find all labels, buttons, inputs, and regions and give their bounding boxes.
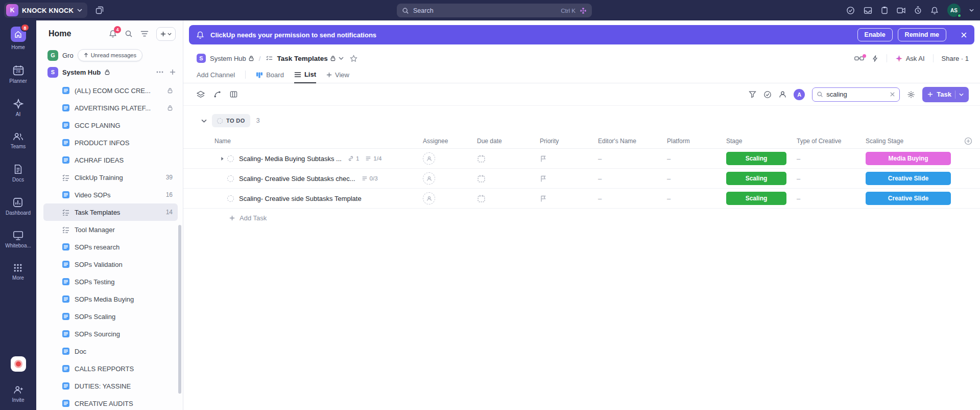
automations-icon[interactable]: [872, 55, 878, 62]
create-new-button[interactable]: [156, 27, 176, 41]
type-of-creative-cell[interactable]: –: [797, 195, 866, 202]
rail-item-whiteboards[interactable]: Whiteboa...: [5, 231, 31, 248]
sidebar-item[interactable]: DUTIES: YASSINE: [43, 377, 178, 395]
subtasks-meta[interactable]: 1/4: [365, 155, 381, 162]
rail-item-more[interactable]: More: [12, 263, 24, 281]
sidebar-item[interactable]: SOPs research: [43, 238, 178, 256]
column-header[interactable]: Scaling Stage: [866, 138, 960, 145]
type-of-creative-cell[interactable]: –: [797, 155, 866, 163]
priority-flag-icon[interactable]: [540, 195, 547, 202]
sidebar-item[interactable]: SOPs Media Buying: [43, 290, 178, 308]
relationships-icon[interactable]: [213, 90, 221, 98]
space-add-icon[interactable]: [170, 69, 176, 75]
board-view-tab[interactable]: Board: [256, 71, 284, 83]
column-header[interactable]: Assignee: [423, 138, 477, 145]
sidebar-item[interactable]: Tool Manager: [43, 221, 178, 238]
inbox-icon[interactable]: [864, 7, 872, 14]
editor-name-cell[interactable]: –: [598, 175, 667, 183]
workspace-switcher[interactable]: K KNOCK KNOCK: [4, 3, 87, 18]
column-header[interactable]: Platform: [667, 138, 726, 145]
avatar-chevron-down-icon[interactable]: [969, 9, 974, 12]
rail-item-dashboard[interactable]: Dashboard: [6, 197, 31, 216]
sidebar-item[interactable]: Task Templates 14: [43, 203, 178, 221]
add-task-row[interactable]: Add Task: [183, 209, 980, 227]
scaling-stage-badge[interactable]: Creative Slide: [866, 172, 951, 185]
global-search[interactable]: Search Ctrl K: [397, 4, 592, 17]
settings-gear-icon[interactable]: [907, 90, 915, 99]
scaling-stage-badge[interactable]: Creative Slide: [866, 192, 951, 205]
scaling-stage-badge[interactable]: Media Buying: [866, 152, 951, 165]
space-row-system-hub[interactable]: S System Hub: [36, 63, 183, 81]
task-status-icon[interactable]: [227, 175, 234, 182]
add-assignee-icon[interactable]: [423, 172, 435, 185]
task-search-box[interactable]: [812, 87, 900, 102]
editor-name-cell[interactable]: –: [598, 155, 667, 163]
sidebar-item[interactable]: Video SOPs 16: [43, 186, 178, 203]
sidebar-notifications-icon[interactable]: 4: [109, 30, 117, 38]
puzzle-icon[interactable]: [580, 7, 587, 14]
type-of-creative-cell[interactable]: –: [797, 175, 866, 183]
sidebar-item[interactable]: CREATIVE AUDITS: [43, 395, 178, 409]
add-column-icon[interactable]: [964, 137, 972, 145]
column-header[interactable]: Stage: [726, 138, 797, 145]
rail-item-invite[interactable]: Invite: [12, 385, 25, 403]
task-search-input[interactable]: [826, 90, 887, 98]
ask-ai-button[interactable]: Ask AI: [895, 55, 925, 62]
clipboard-icon[interactable]: [881, 6, 888, 14]
share-button[interactable]: Share · 1: [942, 55, 969, 62]
column-header[interactable]: Type of Creative: [797, 138, 866, 145]
stage-badge[interactable]: Scaling: [726, 172, 786, 185]
timer-icon[interactable]: [914, 6, 922, 14]
sidebar-item[interactable]: PRODUCT INFOS: [43, 134, 178, 151]
add-view-tab[interactable]: View: [326, 71, 349, 83]
column-header[interactable]: Priority: [540, 138, 598, 145]
add-due-date-icon[interactable]: [477, 154, 486, 163]
rail-item-planner[interactable]: 28 Planner: [9, 65, 27, 84]
column-header[interactable]: Due date: [477, 138, 540, 145]
user-avatar[interactable]: AS: [947, 4, 961, 17]
rail-item-ai[interactable]: AI: [13, 99, 23, 117]
checklist-meta[interactable]: 0/3: [362, 175, 378, 181]
add-channel-tab[interactable]: Add Channel: [197, 71, 235, 83]
add-assignee-icon[interactable]: [423, 152, 435, 165]
sidebar-item[interactable]: CALLS REPPORTS: [43, 360, 178, 377]
close-banner-icon[interactable]: [961, 32, 967, 38]
space-options-icon[interactable]: [156, 71, 163, 73]
sidebar-item[interactable]: SOPs Sourcing: [43, 325, 178, 343]
status-pill-todo[interactable]: TO DO: [212, 114, 250, 127]
remind-me-button[interactable]: Remind me: [898, 28, 946, 41]
linked-tasks-meta[interactable]: 1: [348, 155, 359, 162]
3d-glasses-icon[interactable]: [854, 56, 864, 61]
space-chip[interactable]: S: [197, 54, 206, 63]
columns-icon[interactable]: [230, 90, 237, 98]
add-task-button[interactable]: Task: [922, 87, 969, 102]
priority-flag-icon[interactable]: [540, 175, 547, 183]
filter-icon[interactable]: [749, 90, 756, 98]
sidebar-search-icon[interactable]: [125, 30, 133, 38]
sidebar-item[interactable]: ACHRAF IDEAS: [43, 151, 178, 169]
collapse-chevron-icon[interactable]: [201, 119, 207, 123]
breadcrumb-page[interactable]: Task Templates: [277, 55, 327, 62]
column-header[interactable]: Name: [198, 138, 423, 145]
breadcrumb-space[interactable]: System Hub: [210, 55, 246, 62]
sidebar-item[interactable]: ClickUp Training 39: [43, 169, 178, 186]
sidebar-item[interactable]: SOPs Scaling: [43, 308, 178, 325]
notifications-bell-icon[interactable]: [930, 6, 939, 15]
page-chevron-down-icon[interactable]: [339, 57, 344, 60]
sidebar-filter-icon[interactable]: [140, 30, 149, 37]
platform-cell[interactable]: –: [667, 195, 726, 202]
table-row[interactable]: Scaling- Media Buying Subtasks ... 1 1/4: [183, 149, 980, 169]
assignee-filter-avatar[interactable]: A: [794, 89, 805, 100]
sidebar-item[interactable]: ADVERTISING PLATEF...: [43, 99, 178, 117]
add-due-date-icon[interactable]: [477, 174, 486, 183]
list-view-tab[interactable]: List: [294, 71, 316, 83]
enable-notifications-button[interactable]: Enable: [857, 28, 893, 41]
clear-search-icon[interactable]: [890, 92, 895, 97]
show-closed-icon[interactable]: [763, 90, 772, 99]
stage-badge[interactable]: Scaling: [726, 192, 786, 205]
rail-item-docs[interactable]: Docs: [12, 164, 24, 183]
table-row[interactable]: Scaling- Creative side Subtasks Template: [183, 189, 980, 209]
record-button[interactable]: [11, 356, 26, 372]
platform-cell[interactable]: –: [667, 175, 726, 183]
task-name[interactable]: Scaling- Creative Side Subtasks chec...: [239, 175, 355, 183]
